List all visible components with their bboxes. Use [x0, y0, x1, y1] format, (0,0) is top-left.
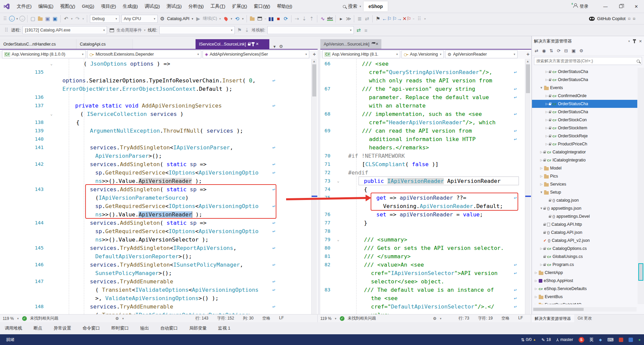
scrollbar-thumb[interactable]: [526, 64, 530, 93]
dropdown-caret-icon[interactable]: ▾: [241, 15, 245, 23]
tray-s-badge-icon[interactable]: S: [579, 337, 584, 343]
startup-project-label[interactable]: Catalog.API: [167, 16, 190, 21]
copilot-chat-icon[interactable]: ⊟: [633, 17, 635, 20]
expander-expanded-icon[interactable]: ▼: [539, 191, 543, 194]
tree-item[interactable]: ▷C#ICatalogIntegratio: [532, 156, 637, 164]
open-folder-icon[interactable]: [37, 15, 44, 23]
dropdown-caret-icon[interactable]: ▾: [218, 15, 222, 23]
close-icon[interactable]: ✕: [256, 42, 259, 46]
platform-select[interactable]: Any CPU▾: [121, 15, 158, 23]
expander-collapsed-icon[interactable]: ▷: [545, 70, 549, 73]
save-icon[interactable]: ▣: [44, 15, 51, 23]
hot-reload-icon[interactable]: [222, 15, 229, 23]
expander-collapsed-icon[interactable]: ▷: [539, 150, 543, 154]
stackframe-label[interactable]: 堆栈帧:: [252, 27, 265, 33]
tree-item[interactable]: ▷Pics: [532, 172, 637, 180]
expander-collapsed-icon[interactable]: ▷: [545, 94, 549, 97]
green-dot-icon[interactable]: ●: [638, 338, 641, 342]
expander-expanded-icon[interactable]: ▼: [539, 86, 543, 89]
tree-item[interactable]: ▷C#CatalogOptions.cs: [532, 245, 637, 253]
breadcrumb-dropdown[interactable]: C#Asp.Versioning.Http (8.1.0.0)▾: [2, 50, 86, 58]
pause-icon[interactable]: ▮▮: [268, 15, 274, 23]
process-select[interactable]: [19172] Catalog.API.exe▾: [22, 26, 107, 34]
step-down-icon[interactable]: ⇣: [244, 26, 250, 34]
thread-label[interactable]: 线程:: [148, 27, 157, 33]
clear-bookmarks-icon[interactable]: ✕⚐: [402, 15, 411, 23]
search-label[interactable]: 搜索: [348, 3, 357, 9]
gear-icon[interactable]: ⚙: [159, 15, 166, 23]
tree-item[interactable]: ▷C#OrderStatusCha: [532, 68, 637, 76]
editor-tab[interactable]: OrderStatusC...ntHandler.cs: [0, 39, 76, 49]
continue-icon[interactable]: ▶: [195, 15, 202, 23]
chevron-down-icon[interactable]: ▾: [360, 5, 361, 8]
show-all-files-icon[interactable]: ▣: [572, 48, 576, 53]
step-out-icon[interactable]: ⇡: [308, 15, 315, 23]
show-threads-icon[interactable]: ∿: [319, 15, 326, 23]
stop-icon[interactable]: ■: [275, 15, 282, 23]
pin-icon[interactable]: [253, 44, 254, 46]
indent-guides-icon[interactable]: ≫: [345, 15, 352, 23]
grip-icon[interactable]: ⠿: [416, 15, 423, 23]
menu-item[interactable]: 窗口(W): [251, 0, 274, 13]
menu-item[interactable]: 生成(B): [119, 0, 141, 13]
tree-item[interactable]: ▷C#ProductPriceCh: [532, 140, 637, 148]
expander-collapsed-icon[interactable]: ▷: [545, 142, 549, 146]
zoom-level[interactable]: 119 %: [320, 316, 331, 321]
comment-icon[interactable]: ⇄: [364, 15, 370, 23]
close-icon[interactable]: ✕: [375, 42, 378, 46]
expander-collapsed-icon[interactable]: ▷: [545, 78, 549, 81]
menu-item[interactable]: 测试(S): [163, 0, 185, 13]
configuration-select[interactable]: Debug▾: [90, 15, 119, 23]
menu-item[interactable]: 扩展(X): [229, 0, 251, 13]
menu-item[interactable]: 视图(V): [57, 0, 78, 13]
scroll-up-icon[interactable]: ▲: [313, 60, 316, 63]
new-file-icon[interactable]: ▢: [30, 15, 36, 23]
list-icon[interactable]: ≡: [363, 26, 369, 34]
breadcrumb-dropdown[interactable]: C#Asp.Versioning.Http (8.1.▾: [322, 50, 400, 58]
tree-item[interactable]: ▷C#OrderStockItem: [532, 124, 637, 132]
zoom-level[interactable]: 119 %: [3, 316, 14, 321]
tree-item[interactable]: ▼Events: [532, 84, 637, 92]
tree-item[interactable]: ▷C#OrderStatusCha: [532, 100, 637, 108]
bottom-panel-tab[interactable]: 命令窗口: [83, 325, 100, 331]
bottom-panel-tab[interactable]: 断点: [34, 325, 42, 331]
dropdown-caret-icon[interactable]: ▾: [143, 26, 146, 34]
editor-tab[interactable]: ApiVersion...SourceLink]✕: [320, 39, 381, 49]
diamond-icon[interactable]: ◆: [599, 338, 602, 342]
tree-scrollbar-thumb[interactable]: [533, 308, 584, 311]
stackframe-select[interactable]: ▾: [267, 26, 354, 34]
chevron-down-icon[interactable]: ▾: [628, 40, 630, 43]
bottom-panel-tab[interactable]: 即时窗口: [111, 325, 129, 331]
tree-item[interactable]: ✓{}Catalog.API_v2.json: [532, 236, 637, 245]
dropdown-caret-icon[interactable]: ▾: [82, 15, 85, 23]
expander-collapsed-icon[interactable]: ▷: [534, 279, 538, 282]
dropdown-caret-icon[interactable]: ▾: [230, 15, 233, 23]
expander-collapsed-icon[interactable]: ▷: [545, 110, 549, 114]
expander-collapsed-icon[interactable]: ▷: [539, 166, 543, 170]
undo-icon[interactable]: ↶: [63, 15, 69, 23]
expander-collapsed-icon[interactable]: ▷: [534, 295, 538, 298]
panel-tab[interactable]: Git 更改: [574, 315, 595, 322]
panel-tab[interactable]: 解决方案资源管理器: [531, 315, 574, 322]
tree-scrollbar-thumb[interactable]: [638, 263, 643, 281]
breadcrumb-dropdown[interactable]: Asp.Versioning.ApiVersic▾: [401, 50, 444, 58]
menu-item[interactable]: 编辑(E): [35, 0, 57, 13]
bottom-panel-tab[interactable]: 异常设置: [54, 325, 71, 331]
expander-collapsed-icon[interactable]: ▷: [545, 134, 549, 138]
dropdown-caret-icon[interactable]: ▾: [191, 15, 194, 23]
tree-item[interactable]: ▷C#OrderStatusCha: [532, 76, 637, 84]
tab-settings-gear-icon[interactable]: ⚙: [279, 44, 283, 49]
expander-collapsed-icon[interactable]: ▷: [539, 263, 543, 266]
bottom-panel-tab[interactable]: 监视 1: [218, 325, 230, 331]
pin-icon[interactable]: [634, 41, 635, 43]
scrollbar-vertical-left[interactable]: ▲: [311, 59, 317, 314]
pointer-icon[interactable]: ▸: [338, 15, 344, 23]
menu-item[interactable]: Git(G): [78, 0, 98, 13]
navigate-forward-icon[interactable]: →: [19, 16, 25, 21]
ime-indicator[interactable]: 英: [590, 337, 594, 343]
expander-collapsed-icon[interactable]: ▷: [534, 303, 538, 304]
grip-icon[interactable]: ⠿: [3, 26, 10, 34]
step-into-icon[interactable]: ⇣: [301, 15, 308, 23]
tree-item[interactable]: ▷ClientApp: [532, 269, 637, 277]
pending-changes-filter-icon[interactable]: ◉: [542, 48, 546, 53]
